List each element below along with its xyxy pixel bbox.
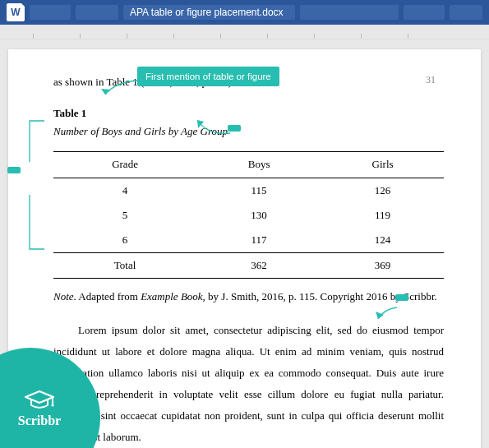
table-total-row: Total 362 369 <box>53 252 444 278</box>
ribbon-tab[interactable] <box>450 5 482 20</box>
annotation-blank-before <box>228 125 241 132</box>
annotation-blank-after <box>395 294 408 301</box>
ribbon-tab[interactable] <box>404 5 445 20</box>
ribbon-tab[interactable] <box>30 5 71 20</box>
annotation-align <box>7 167 21 173</box>
data-table: Grade Boys Girls 4 115 126 5 130 119 6 1… <box>53 151 444 279</box>
table-header-row: Grade Boys Girls <box>53 152 444 178</box>
document-title: APA table or figure placement.docx <box>123 5 295 20</box>
note-book-title: Example Book <box>141 290 202 303</box>
table-row: 6 117 124 <box>53 228 444 253</box>
word-icon: W <box>7 3 25 21</box>
brand-name: Scribbr <box>18 413 61 428</box>
page-number: 31 <box>426 72 436 88</box>
ribbon-tab[interactable] <box>76 5 118 20</box>
title-bar: W APA table or figure placement.docx <box>0 0 489 25</box>
col-header: Boys <box>196 152 321 178</box>
annotation-first-mention: First mention of table or figure <box>137 67 279 86</box>
body-paragraph: Lorem ipsum dolor sit amet, consectetur … <box>53 320 444 448</box>
table-note: Note. Adapted from Example Book, by J. S… <box>53 289 444 305</box>
title-tab-group: APA table or figure placement.docx <box>30 5 482 20</box>
table-label: Table 1 <box>53 105 444 122</box>
graduation-cap-icon <box>23 389 56 412</box>
ruler <box>0 25 489 39</box>
ribbon-tab[interactable] <box>300 5 399 20</box>
table-row: 5 130 119 <box>53 203 444 228</box>
col-header: Grade <box>53 152 196 178</box>
table-row: 4 115 126 <box>53 178 444 203</box>
col-header: Girls <box>321 152 444 178</box>
note-label: Note <box>53 290 74 303</box>
table-title: Number of Boys and Girls by Age Group <box>53 123 444 140</box>
svg-point-3 <box>51 404 53 406</box>
